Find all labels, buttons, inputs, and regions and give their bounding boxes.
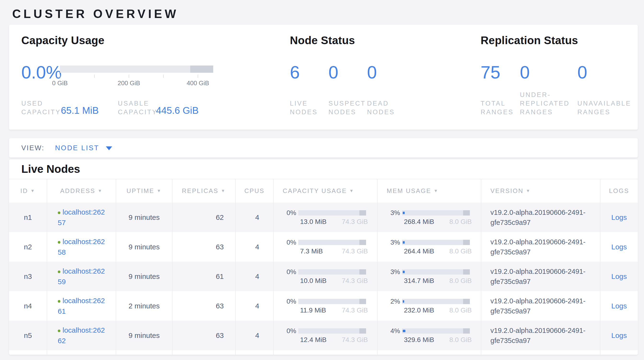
- column-header-replicas[interactable]: REPLICAS▼: [172, 179, 235, 203]
- dead-nodes-count: 0: [367, 64, 377, 81]
- axis-tick-label: 200 GiB: [110, 79, 148, 87]
- sort-arrow-icon: ▼: [221, 189, 226, 194]
- node-address-cell: localhost:26261: [47, 291, 116, 321]
- node-uptime-cell: 9 minutes: [116, 203, 172, 232]
- node-cpus-cell: 4: [235, 262, 273, 291]
- capacity-usage-percent: 0%: [283, 298, 298, 305]
- capacity-used-percent: 0.0%: [21, 64, 62, 81]
- column-header-id[interactable]: ID▼: [9, 179, 47, 203]
- mem-usage-labels: 264.4 MiB8.0 GiB: [404, 247, 472, 255]
- node-address: localhost:26259: [47, 266, 106, 287]
- column-header-version[interactable]: VERSION▼: [481, 179, 600, 203]
- node-live-status-icon: [58, 270, 60, 273]
- node-version-cell: v19.2.0-alpha.20190606-2491-gfe735c9a97: [481, 262, 600, 291]
- node-address-link[interactable]: localhost:26258: [58, 238, 105, 256]
- mem-usage-bar: [402, 210, 470, 216]
- live-nodes-label: LIVENODES: [290, 99, 318, 116]
- chevron-down-icon: [106, 146, 112, 150]
- capacity-usage-cell: 0%13.0 MiB74.3 GiB: [273, 203, 377, 232]
- node-address-cell: localhost:26262: [47, 321, 116, 350]
- mem-total-value: 8.0 GiB: [450, 336, 472, 344]
- sort-arrow-icon: ▼: [157, 189, 162, 194]
- capacity-usage-cell-content: 0%11.9 MiB74.3 GiB: [283, 298, 368, 314]
- column-header-label: REPLICAS: [182, 187, 218, 195]
- column-header-capacity-usage[interactable]: CAPACITY USAGE▼: [273, 179, 377, 203]
- column-header-label: ADDRESS: [60, 187, 95, 195]
- column-header-mem-usage[interactable]: MEM USAGE▼: [377, 179, 481, 203]
- capacity-usage-bar-row: 0%: [283, 298, 368, 305]
- capacity-usage-bar-end-segment: [360, 240, 366, 245]
- capacity-usage-bar-end-segment: [360, 299, 366, 304]
- table-row: n4localhost:262612 minutes6340%11.9 MiB7…: [9, 291, 638, 321]
- mem-usage-bar-fill: [403, 271, 405, 273]
- capacity-usage-cell-content: 0%10.0 MiB74.3 GiB: [283, 268, 368, 285]
- node-uptime-cell: 9 minutes: [116, 262, 172, 291]
- view-label: VIEW:: [21, 144, 44, 152]
- axis-tick-label: 400 GiB: [179, 79, 217, 87]
- view-selected-value: NODE LIST: [55, 144, 100, 152]
- mem-usage-bar-fill: [403, 300, 404, 303]
- capacity-used-value: 12.4 MiB: [300, 336, 327, 344]
- axis-tick-label: 0 GiB: [41, 79, 79, 87]
- live-nodes-count: 6: [290, 64, 300, 81]
- logs-link[interactable]: Logs: [611, 302, 627, 310]
- node-uptime-cell: 2 minutes: [116, 291, 172, 321]
- mem-usage-percent: 3%: [387, 239, 402, 246]
- node-replicas-cell: 62: [172, 203, 235, 232]
- sort-arrow-icon: ▼: [98, 189, 103, 194]
- node-address-link[interactable]: localhost:26262: [58, 326, 105, 345]
- capacity-usage-bar: [298, 328, 366, 334]
- logs-link[interactable]: Logs: [611, 213, 627, 222]
- capacity-usage-bar: [298, 210, 366, 216]
- node-address-link[interactable]: localhost:26261: [58, 297, 105, 315]
- empty-cell: [600, 350, 638, 355]
- capacity-used-value: 13.0 MiB: [300, 218, 327, 226]
- capacity-total-value: 74.3 GiB: [342, 306, 368, 314]
- node-uptime-cell: 9 minutes: [116, 321, 172, 350]
- node-cpus-cell: 4: [235, 203, 273, 232]
- capacity-usage-labels: 13.0 MiB74.3 GiB: [300, 218, 368, 226]
- mem-usage-percent: 3%: [387, 268, 402, 276]
- column-header-label: MEM USAGE: [387, 187, 431, 195]
- mem-usage-labels: 232.0 MiB8.0 GiB: [404, 306, 472, 314]
- node-version: v19.2.0-alpha.20190606-2491-gfe735c9a97: [481, 325, 596, 345]
- mem-usage-labels: 314.7 MiB8.0 GiB: [404, 277, 472, 285]
- mem-usage-bar-fill: [403, 241, 405, 244]
- view-bar: VIEW: NODE LIST: [9, 138, 638, 157]
- capacity-usage-labels: 12.4 MiB74.3 GiB: [300, 336, 368, 344]
- node-address-cell: localhost:26259: [47, 262, 116, 291]
- column-header-address[interactable]: ADDRESS▼: [47, 179, 116, 203]
- capacity-summary-bar: [60, 66, 213, 73]
- column-header-cpus: CPUS: [235, 179, 273, 203]
- node-address-link[interactable]: localhost:26257: [58, 208, 105, 227]
- node-address: localhost:26261: [47, 295, 106, 316]
- mem-usage-cell-content: 3%264.4 MiB8.0 GiB: [387, 239, 472, 255]
- mem-usage-bar-end-segment: [463, 328, 470, 334]
- dead-nodes-label: DEADNODES: [367, 99, 395, 116]
- view-dropdown[interactable]: NODE LIST: [44, 144, 112, 152]
- page-title: CLUSTER OVERVIEW: [12, 7, 638, 21]
- capacity-used-value: 11.9 MiB: [300, 306, 326, 314]
- mem-usage-bar-row: 2%: [387, 298, 472, 305]
- total-ranges-label: TOTALRANGES: [480, 99, 514, 116]
- node-address: localhost:26258: [47, 236, 106, 258]
- empty-cell: [273, 350, 377, 355]
- mem-used-value: 329.6 MiB: [404, 336, 434, 344]
- mem-total-value: 8.0 GiB: [450, 218, 472, 226]
- mem-usage-cell: 2%232.0 MiB8.0 GiB: [377, 291, 481, 321]
- mem-usage-labels: 268.4 MiB8.0 GiB: [404, 218, 472, 226]
- capacity-used-value: 7.3 MiB: [300, 247, 323, 255]
- logs-link[interactable]: Logs: [611, 331, 627, 340]
- empty-cell: [9, 350, 47, 355]
- node-address-link[interactable]: localhost:26259: [58, 267, 105, 286]
- capacity-usage-percent: 0%: [283, 239, 298, 246]
- used-capacity-label: USEDCAPACITY: [21, 99, 61, 116]
- node-version-cell: v19.2.0-alpha.20190606-2491-gfe735c9a97: [481, 291, 600, 321]
- table-row: n1localhost:262579 minutes6240%13.0 MiB7…: [9, 203, 638, 232]
- column-header-uptime[interactable]: UPTIME▼: [116, 179, 172, 203]
- logs-link[interactable]: Logs: [611, 272, 627, 281]
- logs-link[interactable]: Logs: [611, 243, 627, 251]
- mem-usage-bar-fill: [403, 212, 405, 214]
- column-header-logs: LOGS: [600, 179, 638, 203]
- under-replicated-ranges-label: UNDER-REPLICATEDRANGES: [520, 90, 570, 116]
